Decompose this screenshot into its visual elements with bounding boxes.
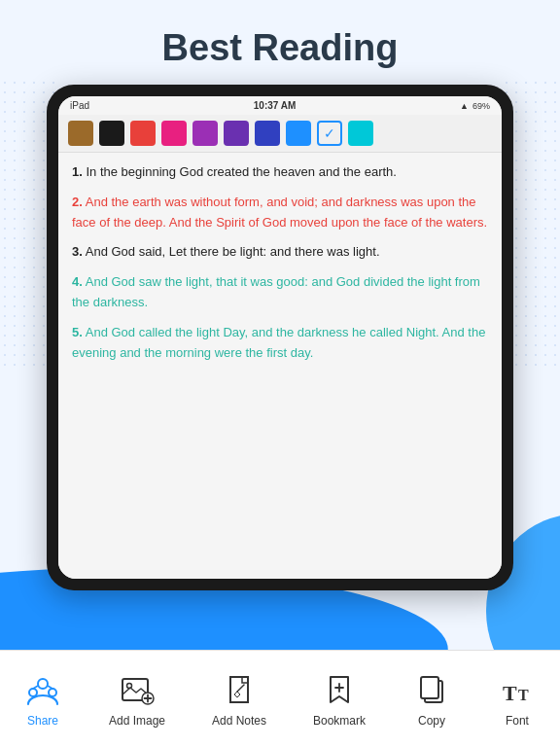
color-picker-bar[interactable]: ✓ bbox=[58, 115, 502, 153]
color-swatch-pink[interactable] bbox=[161, 121, 187, 146]
color-swatch-red[interactable] bbox=[130, 121, 156, 146]
status-icons: ▲ 69% bbox=[460, 101, 490, 111]
tablet-frame: iPad 10:37 AM ▲ 69% ✓ bbox=[47, 85, 513, 590]
tablet-wrapper: iPad 10:37 AM ▲ 69% ✓ bbox=[0, 85, 560, 590]
copy-icon bbox=[412, 670, 451, 709]
color-swatch-selected[interactable]: ✓ bbox=[317, 121, 342, 146]
add-notes-label: Add Notes bbox=[212, 714, 266, 728]
color-swatch-black[interactable] bbox=[99, 121, 124, 146]
copy-label: Copy bbox=[418, 714, 445, 728]
font-icon: T T bbox=[498, 670, 537, 709]
bible-text-area: 1. In the beginning God created the heav… bbox=[58, 153, 502, 579]
battery-label: 69% bbox=[472, 101, 490, 111]
bottom-toolbar: Share Add Image Add Notes bbox=[0, 650, 560, 747]
page-title: Best Reading bbox=[0, 0, 560, 85]
verse-2: 2. And the earth was without form, and v… bbox=[72, 193, 488, 233]
svg-line-4 bbox=[48, 686, 52, 689]
svg-rect-12 bbox=[421, 677, 438, 698]
share-icon bbox=[23, 670, 62, 709]
status-bar: iPad 10:37 AM ▲ 69% bbox=[58, 96, 502, 115]
color-swatch-violet[interactable] bbox=[224, 121, 249, 146]
tablet-screen: iPad 10:37 AM ▲ 69% ✓ bbox=[58, 96, 502, 579]
svg-line-10 bbox=[237, 685, 244, 692]
toolbar-item-copy[interactable]: Copy bbox=[402, 662, 461, 735]
wifi-icon: ▲ bbox=[460, 101, 469, 111]
toolbar-item-share[interactable]: Share bbox=[14, 662, 72, 735]
add-notes-icon bbox=[220, 670, 259, 709]
device-label: iPad bbox=[70, 100, 89, 111]
bookmark-label: Bookmark bbox=[313, 714, 366, 728]
svg-line-3 bbox=[33, 686, 38, 689]
color-swatch-cyan[interactable] bbox=[348, 121, 373, 146]
toolbar-item-add-image[interactable]: Add Image bbox=[99, 662, 175, 735]
svg-point-2 bbox=[49, 689, 56, 696]
verse-4: 4. And God saw the light, that it was go… bbox=[72, 272, 488, 313]
toolbar-item-bookmark[interactable]: Bookmark bbox=[303, 662, 375, 735]
share-label: Share bbox=[27, 714, 58, 728]
bookmark-icon bbox=[320, 670, 359, 709]
verse-5: 5. And God called the light Day, and the… bbox=[72, 323, 488, 364]
time-display: 10:37 AM bbox=[254, 100, 297, 111]
color-swatch-brown[interactable] bbox=[68, 121, 93, 146]
svg-point-1 bbox=[29, 689, 37, 696]
verse-3: 3. And God said, Let there be light: and… bbox=[72, 242, 488, 263]
add-image-label: Add Image bbox=[109, 714, 165, 728]
color-swatch-purple[interactable] bbox=[192, 121, 218, 146]
svg-text:T: T bbox=[503, 681, 517, 705]
verse-1: 1. In the beginning God created the heav… bbox=[72, 162, 488, 183]
svg-text:T: T bbox=[518, 687, 529, 703]
font-label: Font bbox=[506, 714, 529, 728]
color-swatch-blue[interactable] bbox=[286, 121, 311, 146]
color-swatch-navy[interactable] bbox=[255, 121, 280, 146]
toolbar-item-add-notes[interactable]: Add Notes bbox=[202, 662, 276, 735]
svg-point-0 bbox=[38, 679, 48, 689]
add-image-icon bbox=[118, 670, 157, 709]
toolbar-item-font[interactable]: T T Font bbox=[488, 662, 546, 735]
